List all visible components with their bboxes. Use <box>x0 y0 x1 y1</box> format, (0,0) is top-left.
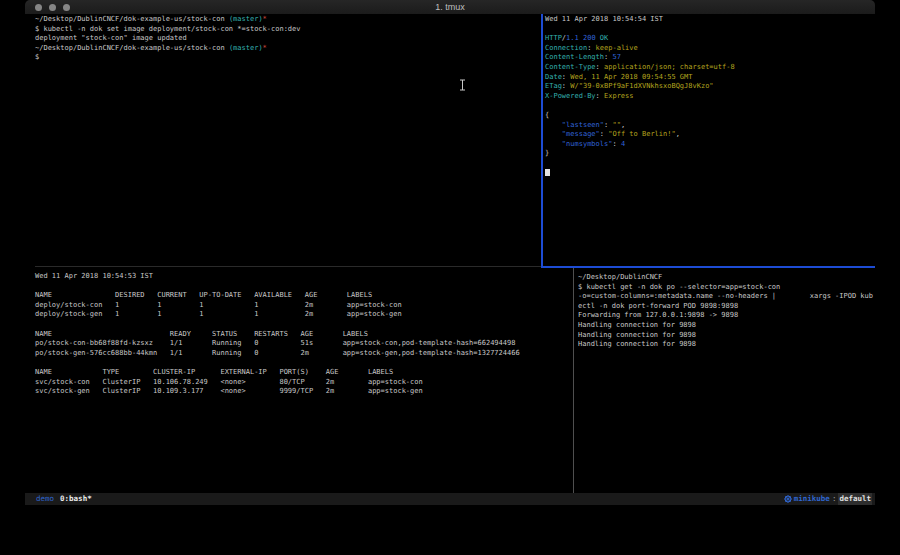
terminal-line: $ <box>35 53 535 63</box>
terminal-line: svc/stock-gen ClusterIP 10.109.3.177 <no… <box>35 387 571 397</box>
cluster-name: minikube <box>794 493 830 505</box>
terminal-text: "" <box>612 121 620 129</box>
terminal-text: * <box>263 15 267 23</box>
status-left: demo 0:bash* <box>25 493 92 505</box>
window-titlebar[interactable]: 1. tmux <box>25 0 875 14</box>
terminal-line: ~/Desktop/DublinCNCF/dok-example-us/stoc… <box>35 44 535 54</box>
terminal-line: svc/stock-con ClusterIP 10.106.78.249 <n… <box>35 378 571 388</box>
pane-divider-horizontal-right[interactable] <box>541 266 875 268</box>
terminal-text: Wed 11 Apr 2018 10:54:53 IST <box>35 272 153 280</box>
terminal-text: Handling connection for 9898 <box>578 331 696 339</box>
terminal-text: ~/Desktop/DublinCNCF <box>578 273 662 281</box>
terminal-text: -o=custom-columns=:metadata.name --no-he… <box>578 292 873 300</box>
terminal-line: -o=custom-columns=:metadata.name --no-he… <box>578 292 873 302</box>
terminal-text: "numsymbols" <box>562 140 613 148</box>
terminal-line: NAME READY STATUS RESTARTS AGE LABELS <box>35 330 571 340</box>
desktop-below-window <box>0 505 900 555</box>
terminal-line: ectl -n dok port-forward POD 9898:9898 <box>578 302 873 312</box>
terminal-text: "lastseen" <box>562 121 604 129</box>
terminal-text: ~/Desktop/DublinCNCF/dok-example-us/stoc… <box>35 15 229 23</box>
terminal-text: W/"39-0xBPf9aF1dXVNkhsxoBQgJ8vKzo" <box>570 82 713 90</box>
terminal-line <box>35 282 571 292</box>
terminal-text: Handling connection for 9898 <box>578 340 696 348</box>
terminal-line: deploy/stock-gen 1 1 1 1 2m app=stock-ge… <box>35 310 571 320</box>
terminal-line: $ kubectl -n dok set image deployment/st… <box>35 25 535 35</box>
terminal-text: Wed, 11 Apr 2018 09:54:55 GMT <box>570 73 692 81</box>
terminal-text: $ kubectl get -n dok po --selector=app=s… <box>578 283 780 291</box>
terminal-text: NAME READY STATUS RESTARTS AGE LABELS <box>35 330 368 338</box>
pane-divider-horizontal-left[interactable] <box>35 266 541 267</box>
terminal-line: "lastseen": "", <box>545 121 873 131</box>
terminal-line: Wed 11 Apr 2018 10:54:53 IST <box>35 272 571 282</box>
terminal-line: "message": "Off to Berlin!", <box>545 130 873 140</box>
terminal-line: { <box>545 111 873 121</box>
terminal-text: , <box>676 130 680 138</box>
terminal-line <box>545 169 873 179</box>
terminal-line: Connection: keep-alive <box>545 44 873 54</box>
terminal-text: deploy/stock-con 1 1 1 1 2m app=stock-co… <box>35 301 402 309</box>
terminal-line: Forwarding from 127.0.0.1:9898 -> 9898 <box>578 311 873 321</box>
terminal-text: "Off to Berlin!" <box>608 130 675 138</box>
status-right: minikube:default <box>784 493 875 505</box>
terminal-line: NAME TYPE CLUSTER-IP EXTERNAL-IP PORT(S)… <box>35 368 571 378</box>
terminal-text <box>545 121 562 129</box>
pane-divider-vertical-top[interactable] <box>541 14 543 268</box>
terminal-text: : <box>612 140 620 148</box>
tmux-status-bar: demo 0:bash* minikube:default <box>25 493 875 505</box>
ibeam-mouse-pointer <box>459 76 466 88</box>
cluster-colon: : <box>832 493 837 505</box>
terminal-line: Wed 11 Apr 2018 10:54:54 IST <box>545 15 873 25</box>
terminal-text: 200 <box>583 34 596 42</box>
terminal-text: ETag <box>545 82 562 90</box>
terminal-text: deployment "stock-con" image updated <box>35 34 187 42</box>
session-name: demo <box>36 493 54 505</box>
terminal-text: : <box>596 63 604 71</box>
terminal-line: } <box>545 149 873 159</box>
terminal-text: : <box>587 44 595 52</box>
window-title: 1. tmux <box>25 2 875 12</box>
window-tab-bash[interactable]: 0:bash* <box>60 493 92 505</box>
terminal-text: (master) <box>229 15 263 23</box>
terminal-text: Connection <box>545 44 587 52</box>
terminal-text: Express <box>604 92 634 100</box>
terminal-text: Wed 11 Apr 2018 10:54:54 IST <box>545 15 663 23</box>
terminal-text <box>545 130 562 138</box>
terminal-text: "message" <box>562 130 600 138</box>
pane-port-forward[interactable]: ~/Desktop/DublinCNCF$ kubectl get -n dok… <box>578 273 873 491</box>
pane-divider-vertical-bottom[interactable] <box>573 268 574 493</box>
terminal-line: deployment "stock-con" image updated <box>35 34 535 44</box>
terminal-text <box>545 140 562 148</box>
terminal-text: $ <box>35 53 39 61</box>
terminal-window: 1. tmux ~/Desktop/DublinCNCF/dok-example… <box>25 0 875 505</box>
terminal-text: { <box>545 111 549 119</box>
terminal-line: Handling connection for 9898 <box>578 331 873 341</box>
terminal-text: keep-alive <box>596 44 638 52</box>
terminal-text: OK <box>596 34 609 42</box>
terminal-text: $ kubectl -n dok set image deployment/st… <box>35 25 301 33</box>
terminal-text: Forwarding from 127.0.0.1:9898 -> 9898 <box>578 311 738 319</box>
terminal-line <box>545 159 873 169</box>
terminal-line: po/stock-gen-576cc688bb-44kmn 1/1 Runnin… <box>35 349 571 359</box>
terminal-line: Handling connection for 9898 <box>578 340 873 350</box>
pane-http-response[interactable]: Wed 11 Apr 2018 10:54:54 IST HTTP/1.1 20… <box>545 15 873 265</box>
terminal-text: application/json; charset=utf-8 <box>604 63 735 71</box>
terminal-line: ETag: W/"39-0xBPf9aF1dXVNkhsxoBQgJ8vKzo" <box>545 82 873 92</box>
pane-shell-top-left[interactable]: ~/Desktop/DublinCNCF/dok-example-us/stoc… <box>35 15 535 265</box>
pane-kubectl-watch[interactable]: Wed 11 Apr 2018 10:54:53 IST NAME DESIRE… <box>35 272 571 490</box>
terminal-text: 4 <box>621 140 625 148</box>
terminal-text: * <box>263 44 267 52</box>
terminal-text: deploy/stock-gen 1 1 1 1 2m app=stock-ge… <box>35 310 402 318</box>
terminal-line: ~/Desktop/DublinCNCF <box>578 273 873 283</box>
terminal-line: $ kubectl get -n dok po --selector=app=s… <box>578 283 873 293</box>
terminal-text: svc/stock-gen ClusterIP 10.109.3.177 <no… <box>35 387 423 395</box>
terminal-line <box>545 25 873 35</box>
terminal-text: ectl -n dok port-forward POD 9898:9898 <box>578 302 738 310</box>
terminal-text: Content-Length <box>545 53 604 61</box>
terminal-line: Handling connection for 9898 <box>578 321 873 331</box>
terminal-line: po/stock-con-bb68f88fd-kzsxz 1/1 Running… <box>35 339 571 349</box>
block-cursor <box>545 169 550 176</box>
terminal-line: "numsymbols": 4 <box>545 140 873 150</box>
terminal-text: NAME DESIRED CURRENT UP-TO-DATE AVAILABL… <box>35 291 372 299</box>
terminal-text: , <box>621 121 625 129</box>
terminal-line: deploy/stock-con 1 1 1 1 2m app=stock-co… <box>35 301 571 311</box>
